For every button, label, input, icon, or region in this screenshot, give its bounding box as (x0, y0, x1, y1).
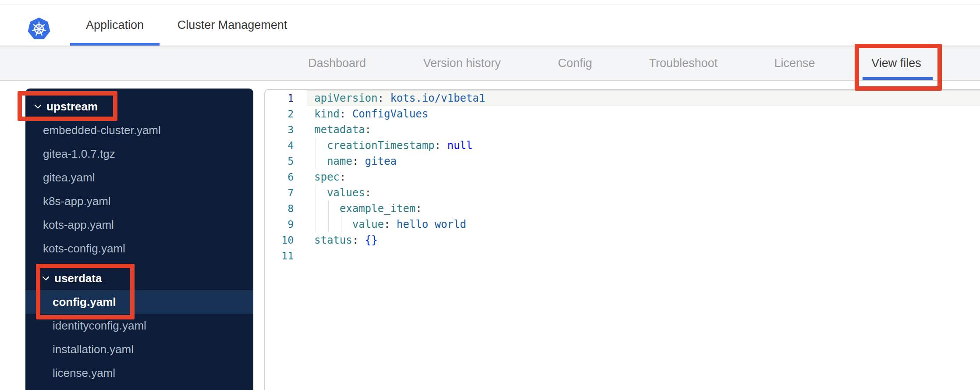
line-number: 8 (265, 201, 307, 216)
punctuation: : (352, 234, 365, 246)
tree-file-kots-app-yaml[interactable]: kots-app.yaml (25, 213, 253, 237)
code-line-7[interactable]: 7 values: (265, 185, 980, 201)
code-line-10[interactable]: 10status: {} (265, 232, 980, 248)
code-line-4[interactable]: 4 creationTimestamp: null (265, 138, 980, 153)
tree-item-label: k8s-app.yaml (43, 195, 111, 208)
code-line-2[interactable]: 2kind: ConfigValues (265, 106, 980, 122)
yaml-value: ConfigValues (352, 108, 428, 120)
punctuation (314, 187, 327, 199)
file-tree-sidebar: upstreamembedded-cluster.yamlgitea-1.0.7… (25, 89, 253, 390)
chevron-down-icon[interactable] (42, 276, 50, 281)
bracket: {} (365, 234, 378, 246)
tree-item-label: installation.yaml (53, 343, 134, 356)
tree-item-label: userdata (54, 272, 102, 285)
app-header: ApplicationCluster Management (0, 4, 980, 46)
header-tab-cluster-management[interactable]: Cluster Management (167, 4, 298, 46)
punctuation: : (415, 202, 422, 215)
code-content[interactable]: status: {} (307, 232, 980, 248)
code-content[interactable]: kind: ConfigValues (307, 106, 980, 122)
code-content[interactable]: values: (307, 185, 980, 201)
line-number: 2 (265, 106, 307, 122)
subnav-tab-config[interactable]: Config (558, 46, 592, 80)
header-tab-application[interactable]: Application (70, 4, 160, 46)
active-subnav-underline (863, 77, 933, 80)
tree-item-label: kots-config.yaml (43, 242, 125, 255)
yaml-key: values (327, 187, 365, 199)
kots-admin-console: ApplicationCluster Management DashboardV… (0, 0, 980, 390)
code-content[interactable]: apiVersion: kots.io/v1beta1 (307, 90, 980, 106)
tree-file-embedded-cluster-yaml[interactable]: embedded-cluster.yaml (25, 118, 253, 142)
indent-guide (316, 185, 316, 201)
tree-item-label: upstream (46, 100, 98, 113)
yaml-editor[interactable]: 1apiVersion: kots.io/v1beta12kind: Confi… (264, 89, 980, 390)
code-content[interactable]: creationTimestamp: null (307, 138, 980, 153)
tree-item-label: license.yaml (53, 366, 115, 380)
punctuation: : (365, 187, 371, 199)
tree-file-license-yaml[interactable]: license.yaml (25, 361, 253, 385)
line-number: 10 (265, 232, 307, 248)
code-line-11[interactable]: 11 (265, 248, 980, 264)
subnav-tab-version-history[interactable]: Version history (423, 46, 501, 80)
tree-item-label: kots-app.yaml (43, 218, 114, 232)
tree-folder-upstream[interactable]: upstream (25, 95, 253, 118)
indent-guide (316, 153, 316, 169)
punctuation: : (340, 171, 346, 183)
indent-guide (316, 216, 316, 232)
tree-file-gitea-1-0-7-tgz[interactable]: gitea-1.0.7.tgz (25, 142, 253, 166)
yaml-keyword: null (447, 139, 472, 152)
yaml-key: metadata (314, 124, 365, 136)
subnav-tab-troubleshoot[interactable]: Troubleshoot (649, 46, 718, 80)
yaml-value: kots.io/v1beta1 (390, 92, 485, 104)
punctuation (314, 155, 327, 167)
code-line-1[interactable]: 1apiVersion: kots.io/v1beta1 (265, 90, 980, 106)
yaml-key: spec (314, 171, 340, 183)
code-line-3[interactable]: 3metadata: (265, 122, 980, 138)
code-line-6[interactable]: 6spec: (265, 169, 980, 185)
subnav-tab-license[interactable]: License (774, 46, 815, 80)
indent-guide (328, 216, 329, 232)
code-content[interactable]: name: gitea (307, 153, 980, 169)
code-content[interactable]: metadata: (307, 122, 980, 138)
code-content[interactable]: value: hello world (307, 216, 980, 232)
code-line-9[interactable]: 9 value: hello world (265, 216, 980, 232)
yaml-key: creationTimestamp (327, 139, 435, 152)
indent-guide (316, 138, 316, 153)
subnav-tab-view-files[interactable]: View files (871, 46, 921, 80)
tree-folder-userdata[interactable]: userdata (25, 266, 253, 290)
tree-item-label: gitea.yaml (43, 171, 95, 184)
yaml-value: gitea (365, 155, 397, 167)
line-number: 5 (265, 153, 307, 169)
indent-guide (328, 201, 329, 216)
line-number: 3 (265, 122, 307, 138)
tree-file-config-yaml[interactable]: config.yaml (25, 290, 253, 314)
tree-item-label: identityconfig.yaml (53, 319, 146, 333)
code-content[interactable] (307, 248, 980, 264)
punctuation: : (340, 108, 352, 120)
punctuation: : (352, 155, 365, 167)
tree-item-label: gitea-1.0.7.tgz (43, 147, 115, 161)
active-tab-underline (70, 43, 160, 46)
code-content[interactable]: example_item: (307, 201, 980, 216)
tree-file-gitea-yaml[interactable]: gitea.yaml (25, 166, 253, 189)
tree-file-kots-config-yaml[interactable]: kots-config.yaml (25, 237, 253, 260)
yaml-key: value (352, 218, 384, 230)
subnav-tab-dashboard[interactable]: Dashboard (308, 46, 366, 80)
line-number: 11 (265, 248, 307, 264)
tree-file-k8s-app-yaml[interactable]: k8s-app.yaml (25, 189, 253, 213)
chevron-down-icon[interactable] (34, 104, 42, 109)
tree-file-installation-yaml[interactable]: installation.yaml (25, 337, 253, 361)
line-number: 1 (265, 90, 307, 106)
punctuation: : (365, 124, 371, 136)
punctuation: : (384, 218, 397, 230)
kubernetes-logo-icon[interactable] (27, 17, 51, 41)
code-line-8[interactable]: 8 example_item: (265, 201, 980, 216)
code-content[interactable]: spec: (307, 169, 980, 185)
code-line-5[interactable]: 5 name: gitea (265, 153, 980, 169)
punctuation (314, 202, 340, 215)
line-number: 4 (265, 138, 307, 153)
yaml-key: kind (314, 108, 340, 120)
tree-file-identityconfig-yaml[interactable]: identityconfig.yaml (25, 314, 253, 337)
line-number: 7 (265, 185, 307, 201)
yaml-key: apiVersion (314, 92, 378, 104)
punctuation (314, 218, 352, 230)
